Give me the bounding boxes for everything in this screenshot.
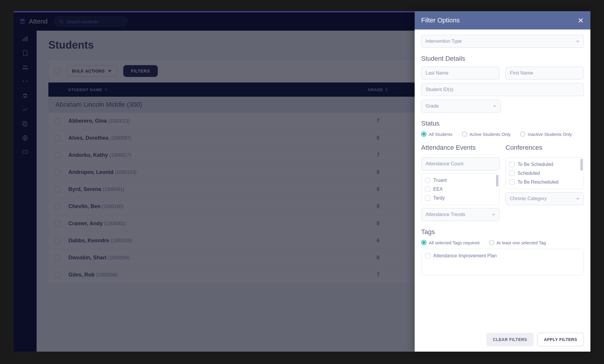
- checklist-item[interactable]: EEA: [424, 185, 497, 194]
- attendance-events-title: Attendance Events: [421, 144, 500, 151]
- status-radio[interactable]: [421, 131, 426, 137]
- col-grade[interactable]: GRADE: [354, 88, 402, 92]
- checklist-label: To Be Rescheduled: [518, 179, 559, 185]
- bulk-actions-button[interactable]: BULK ACTIONS: [66, 65, 117, 77]
- last-name-field[interactable]: [421, 67, 500, 80]
- col-student-name[interactable]: STUDENT NAME: [68, 88, 354, 92]
- student-name[interactable]: Dabbs, Keondre (1000039): [68, 238, 354, 244]
- search-box[interactable]: [54, 16, 128, 27]
- tags-mode-radio[interactable]: [489, 240, 494, 245]
- checklist-label: Tardy: [433, 195, 445, 201]
- row-checkbox[interactable]: [54, 272, 60, 278]
- checkbox[interactable]: [425, 187, 430, 192]
- checklist-item[interactable]: Scheduled: [508, 169, 581, 178]
- student-name[interactable]: Giles, Rob (1000096): [68, 272, 354, 278]
- tags-mode-radio[interactable]: [421, 240, 426, 245]
- student-name[interactable]: Dwoskin, Shari (1000094): [68, 255, 354, 261]
- row-checkbox[interactable]: [54, 221, 60, 227]
- student-details-title: Student Details: [421, 55, 584, 62]
- attendance-trends-select[interactable]: Attendance Trends: [421, 208, 500, 221]
- checkbox[interactable]: [425, 253, 430, 258]
- sidebar-item-group[interactable]: [16, 90, 34, 101]
- row-checkbox[interactable]: [54, 204, 60, 210]
- svg-point-0: [60, 20, 62, 23]
- checklist-label: Truant: [433, 178, 447, 183]
- people-icon: [22, 64, 28, 70]
- scrollbar[interactable]: [580, 159, 583, 171]
- first-name-field[interactable]: [505, 67, 584, 80]
- student-name[interactable]: Abberero, Gina (1000013): [68, 118, 354, 124]
- conferences-list[interactable]: To Be ScheduledScheduledTo Be Reschedule…: [505, 157, 584, 189]
- globe-icon: [22, 135, 28, 141]
- intervention-type-select[interactable]: Intervention Type: [421, 35, 584, 48]
- checklist-label: Attendance Improvement Plan: [433, 253, 497, 258]
- status-radio-group: All StudentsActive Students OnlyInactive…: [421, 131, 584, 137]
- sidebar-item-chat[interactable]: [16, 146, 34, 158]
- sidebar-item-copy[interactable]: [16, 118, 34, 130]
- student-id-field[interactable]: [421, 83, 584, 96]
- app-name: Attend: [29, 18, 48, 25]
- sidebar-item-trend[interactable]: [16, 104, 34, 116]
- clear-filters-button[interactable]: CLEAR FILTERS: [486, 333, 534, 346]
- tags-title: Tags: [421, 228, 584, 236]
- student-name[interactable]: Cramer, Andy (1000062): [68, 220, 354, 227]
- status-radio[interactable]: [462, 131, 467, 137]
- checklist-label: EEA: [433, 187, 443, 192]
- row-checkbox[interactable]: [54, 238, 60, 244]
- row-checkbox[interactable]: [54, 169, 60, 175]
- chat-icon: [22, 149, 28, 155]
- checklist-item[interactable]: Attendance Improvement Plan: [424, 251, 581, 260]
- filters-button[interactable]: FILTERS: [123, 65, 157, 77]
- status-radio-label: All Students: [429, 132, 452, 137]
- student-name[interactable]: Alves, Dorethea (1000097): [68, 135, 354, 141]
- logo-icon: [19, 18, 26, 25]
- row-checkbox[interactable]: [54, 255, 60, 261]
- checkbox[interactable]: [425, 195, 430, 201]
- student-name[interactable]: Chevlin, Ben (1000100): [68, 203, 354, 210]
- sidebar-item-scales[interactable]: [16, 75, 34, 87]
- search-input[interactable]: [67, 19, 123, 24]
- scales-icon: [22, 78, 28, 85]
- grade-cell: 7: [354, 118, 402, 124]
- checkbox[interactable]: [509, 171, 515, 176]
- row-checkbox[interactable]: [54, 135, 60, 141]
- sidebar-item-chart[interactable]: [16, 33, 34, 45]
- row-checkbox[interactable]: [54, 118, 60, 124]
- sidebar-item-people[interactable]: [16, 61, 34, 73]
- doc-icon: [22, 50, 28, 56]
- student-name[interactable]: Andropov, Leonid (1000103): [68, 169, 354, 175]
- svg-rect-8: [23, 121, 26, 125]
- sort-icon: [385, 88, 388, 92]
- checklist-item[interactable]: Truant: [424, 176, 497, 185]
- checklist-item[interactable]: Tardy: [424, 194, 497, 202]
- grade-select[interactable]: Grade: [421, 100, 501, 113]
- sort-icon: [105, 88, 108, 92]
- chevron-down-icon: [576, 197, 580, 200]
- apply-filters-button[interactable]: APPLY FILTERS: [537, 333, 584, 346]
- close-icon[interactable]: [577, 17, 584, 24]
- checklist-item[interactable]: To Be Scheduled: [508, 160, 581, 169]
- student-name[interactable]: Andorko, Kathy (1000017): [68, 152, 354, 158]
- grade-cell: 8: [354, 255, 402, 261]
- row-checkbox[interactable]: [54, 152, 60, 158]
- attendance-count-field[interactable]: [421, 157, 500, 170]
- scrollbar[interactable]: [496, 175, 498, 187]
- select-all-checkbox[interactable]: [55, 68, 60, 74]
- group-icon: [22, 92, 28, 99]
- checkbox[interactable]: [425, 178, 430, 183]
- row-checkbox[interactable]: [54, 187, 60, 192]
- filter-panel-header: Filter Options: [415, 11, 590, 29]
- checkbox[interactable]: [509, 162, 515, 167]
- chronic-category-select[interactable]: Chronic Category: [505, 192, 584, 205]
- student-name[interactable]: Byrd, Serena (1000041): [68, 186, 354, 192]
- checklist-item[interactable]: To Be Rescheduled: [508, 178, 581, 187]
- grade-cell: 6: [354, 238, 402, 244]
- attendance-events-list[interactable]: TruantEEATardy: [421, 173, 500, 205]
- checkbox[interactable]: [509, 179, 515, 185]
- status-radio[interactable]: [520, 131, 525, 137]
- sidebar-item-doc[interactable]: [16, 47, 34, 59]
- checklist-label: To Be Scheduled: [518, 162, 553, 167]
- tags-list[interactable]: Attendance Improvement Plan: [421, 249, 584, 275]
- svg-point-6: [24, 93, 26, 95]
- sidebar-item-globe[interactable]: [16, 132, 34, 144]
